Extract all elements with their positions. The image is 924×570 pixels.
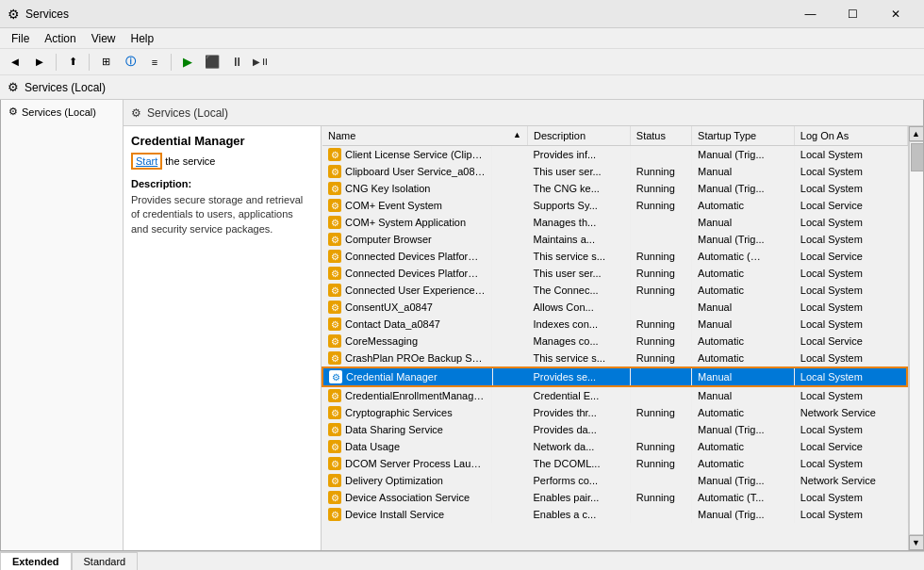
sidebar-item-services-local[interactable]: ⚙ Services (Local) xyxy=(5,104,119,120)
cell-logon: Local System xyxy=(794,299,907,316)
services-table-body: ⚙Client License Service (ClipSVC)Provide… xyxy=(322,146,907,524)
cell-name: ⚙Connected Devices Platform Se... xyxy=(322,248,492,265)
col-logon: Log On As xyxy=(794,126,907,146)
cell-status xyxy=(630,299,691,316)
cell-desc: Allows Con... xyxy=(528,299,631,316)
status-bar: Extended Standard xyxy=(0,551,924,570)
title-bar-label: Services xyxy=(25,8,69,21)
service-icon: ⚙ xyxy=(328,334,341,348)
tab-extended[interactable]: Extended xyxy=(0,552,72,571)
service-icon: ⚙ xyxy=(328,216,341,229)
menu-file[interactable]: File xyxy=(4,30,37,47)
menu-action[interactable]: Action xyxy=(37,30,83,47)
cell-desc: Maintains a... xyxy=(528,231,631,248)
cell-desc: Enables pair... xyxy=(528,489,631,506)
cell-desc: Manages th... xyxy=(528,214,631,231)
menu-bar: File Action View Help xyxy=(0,28,924,49)
cell-desc: This service s... xyxy=(528,248,631,265)
cell-desc: This service s... xyxy=(528,350,631,367)
cell-status: Running xyxy=(630,197,691,214)
col-startup-type: Startup Type xyxy=(692,126,795,146)
cell-logon: Local System xyxy=(794,350,907,367)
table-row[interactable]: ⚙Cryptographic ServicesProvides thr...Ru… xyxy=(322,404,907,421)
show-hide-button[interactable]: ⊞ xyxy=(94,52,117,73)
scroll-track[interactable] xyxy=(909,141,924,535)
tab-standard[interactable]: Standard xyxy=(72,552,139,571)
title-bar: ⚙ Services — ☐ ✕ xyxy=(0,0,924,28)
scroll-up-arrow[interactable]: ▲ xyxy=(909,126,924,141)
table-row[interactable]: ⚙CoreMessagingManages co...RunningAutoma… xyxy=(322,333,907,350)
service-icon: ⚙ xyxy=(328,233,341,246)
cell-logon: Local System xyxy=(794,506,907,523)
table-row[interactable]: ⚙Data UsageNetwork da...RunningAutomatic… xyxy=(322,438,907,455)
table-row[interactable]: ⚙DCOM Server Process LauncherThe DCOML..… xyxy=(322,455,907,472)
cell-startup: Automatic xyxy=(692,350,795,367)
start-link[interactable]: Start xyxy=(131,153,162,170)
minimize-button[interactable]: — xyxy=(789,0,832,28)
table-row[interactable]: ⚙CNG Key IsolationThe CNG ke...RunningMa… xyxy=(322,180,907,197)
cell-startup: Automatic xyxy=(692,197,795,214)
maximize-button[interactable]: ☐ xyxy=(832,0,874,28)
cell-status: Running xyxy=(630,316,691,333)
cell-logon: Local System xyxy=(794,180,907,197)
sidebar: ⚙ Services (Local) xyxy=(1,100,124,550)
table-row[interactable]: ⚙ConsentUX_a0847Allows Con...ManualLocal… xyxy=(322,299,907,316)
info-button[interactable]: ⓘ xyxy=(119,52,141,73)
cell-name: ⚙CrashPlan PROe Backup Service xyxy=(322,350,492,366)
table-row[interactable]: ⚙CrashPlan PROe Backup ServiceThis servi… xyxy=(322,350,907,367)
stop-service-button[interactable]: ⬛ xyxy=(201,52,223,73)
service-icon: ⚙ xyxy=(328,318,341,331)
list-button[interactable]: ≡ xyxy=(143,52,166,73)
table-row[interactable]: ⚙Device Install ServiceEnables a c...Man… xyxy=(322,506,907,523)
table-row[interactable]: ⚙Connected Devices Platform Se...This se… xyxy=(322,248,907,265)
table-row[interactable]: ⚙Contact Data_a0847Indexes con...Running… xyxy=(322,316,907,333)
table-row[interactable]: ⚙Delivery OptimizationPerforms co...Manu… xyxy=(322,472,907,489)
menu-view[interactable]: View xyxy=(84,30,124,47)
cell-desc: The Connec... xyxy=(528,282,631,299)
vertical-scrollbar[interactable]: ▲ ▼ xyxy=(908,126,923,550)
cell-name: ⚙ConsentUX_a0847 xyxy=(322,299,492,316)
pause-service-button[interactable]: ⏸ xyxy=(225,52,248,73)
cell-name: ⚙COM+ System Application xyxy=(322,214,492,231)
cell-name: ⚙Contact Data_a0847 xyxy=(322,316,492,333)
cell-desc: The DCOML... xyxy=(528,455,631,472)
cell-startup: Automatic xyxy=(692,265,795,282)
table-row[interactable]: ⚙Credential ManagerProvides se...ManualL… xyxy=(322,367,907,386)
cell-logon: Local System xyxy=(794,282,907,299)
table-row[interactable]: ⚙Device Association ServiceEnables pair.… xyxy=(322,489,907,506)
service-icon: ⚙ xyxy=(329,370,342,383)
cell-name: ⚙Computer Browser xyxy=(322,231,492,248)
restart-service-button[interactable]: ▶⏸ xyxy=(250,52,272,73)
table-row[interactable]: ⚙Connected Devices Platform Us...This us… xyxy=(322,265,907,282)
table-row[interactable]: ⚙Data Sharing ServiceProvides da...Manua… xyxy=(322,421,907,438)
start-service-button[interactable]: ▶ xyxy=(176,52,199,73)
up-button[interactable]: ⬆ xyxy=(61,52,84,73)
scroll-thumb[interactable] xyxy=(911,143,924,171)
col-name: Name ▲ xyxy=(322,126,528,146)
table-row[interactable]: ⚙Client License Service (ClipSVC)Provide… xyxy=(322,146,907,164)
back-button[interactable]: ◄ xyxy=(4,52,26,73)
cell-status xyxy=(630,386,691,404)
info-panel: Credential Manager Start the service Des… xyxy=(124,126,322,550)
table-row[interactable]: ⚙CredentialEnrollmentManagerU...Credenti… xyxy=(322,386,907,404)
close-button[interactable]: ✕ xyxy=(874,0,916,28)
table-row[interactable]: ⚙COM+ Event SystemSupports Sy...RunningA… xyxy=(322,197,907,214)
table-row[interactable]: ⚙Computer BrowserMaintains a...Manual (T… xyxy=(322,231,907,248)
services-table-scroll[interactable]: Name ▲ Description Status Startup Type L… xyxy=(322,126,908,550)
cell-status: Running xyxy=(630,455,691,472)
service-icon: ⚙ xyxy=(328,267,341,280)
cell-name: ⚙CNG Key Isolation xyxy=(322,180,492,197)
cell-status xyxy=(630,367,691,386)
table-row[interactable]: ⚙Clipboard User Service_a0847This user s… xyxy=(322,163,907,180)
table-row[interactable]: ⚙Connected User Experiences an...The Con… xyxy=(322,282,907,299)
menu-help[interactable]: Help xyxy=(124,30,162,47)
forward-button[interactable]: ► xyxy=(28,52,51,73)
table-row[interactable]: ⚙COM+ System ApplicationManages th...Man… xyxy=(322,214,907,231)
cell-status: Running xyxy=(630,248,691,265)
service-title: Credential Manager xyxy=(131,134,313,148)
toolbar-separator-1 xyxy=(56,54,57,71)
content-header-icon: ⚙ xyxy=(131,106,141,120)
cell-startup: Manual (Trig... xyxy=(692,421,795,438)
scroll-down-arrow[interactable]: ▼ xyxy=(909,535,924,550)
service-icon: ⚙ xyxy=(328,508,341,521)
